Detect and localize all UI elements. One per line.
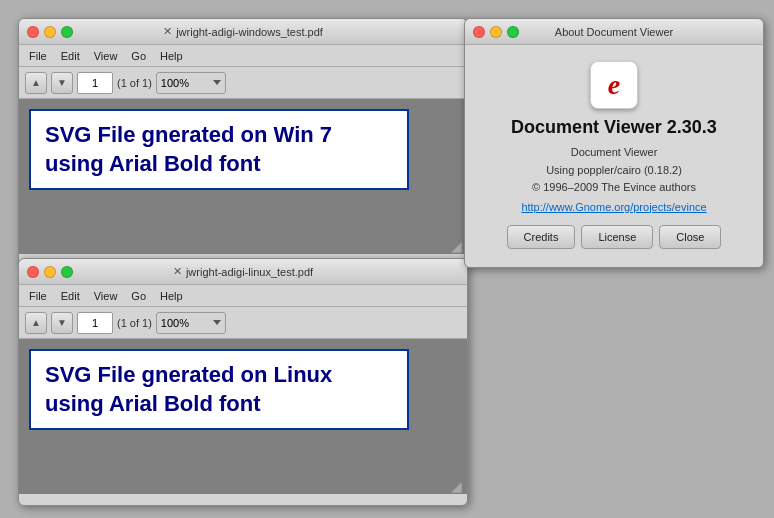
pdf-icon-linux: ✕ [173, 265, 182, 278]
menu-go-linux[interactable]: Go [125, 288, 152, 304]
toolbar-linux: ▲ ▼ (1 of 1) 100% 75% 125% [19, 307, 467, 339]
about-link[interactable]: http://www.Gnome.org/projects/evince [485, 201, 743, 213]
next-page-linux[interactable]: ▼ [51, 312, 73, 334]
titlebar-win: ✕ jwright-adigi-windows_test.pdf [19, 19, 467, 45]
copyright-text: © 1996–2009 The Evince authors [485, 179, 743, 197]
close-button-about[interactable] [473, 26, 485, 38]
titlebar-linux: ✕ jwright-adigi-linux_test.pdf [19, 259, 467, 285]
license-button[interactable]: License [581, 225, 653, 249]
traffic-lights-about [473, 26, 519, 38]
menu-edit-win[interactable]: Edit [55, 48, 86, 64]
prev-page-win[interactable]: ▲ [25, 72, 47, 94]
traffic-lights-linux [27, 266, 73, 278]
minimize-button-about[interactable] [490, 26, 502, 38]
prev-page-linux[interactable]: ▲ [25, 312, 47, 334]
close-button-win[interactable] [27, 26, 39, 38]
resize-corner-win[interactable]: ◢ [451, 238, 465, 252]
zoom-select-win[interactable]: 100% 75% 125% [156, 72, 226, 94]
app-subtitle2: Using poppler/cairo (0.18.2) [485, 162, 743, 180]
menubar-linux: File Edit View Go Help [19, 285, 467, 307]
doc-text-line1-win: SVG File gnerated on Win 7 [45, 121, 393, 150]
doc-text-line1-linux: SVG File gnerated on Linux [45, 361, 393, 390]
doc-area-win: SVG File gnerated on Win 7 using Arial B… [19, 99, 467, 254]
menu-help-win[interactable]: Help [154, 48, 189, 64]
traffic-lights-win [27, 26, 73, 38]
page-total-win: (1 of 1) [117, 77, 152, 89]
doc-text-line2-win: using Arial Bold font [45, 150, 393, 179]
close-button-linux[interactable] [27, 266, 39, 278]
page-input-linux[interactable] [77, 312, 113, 334]
maximize-button-about[interactable] [507, 26, 519, 38]
app-icon: e [590, 61, 638, 109]
page-input-win[interactable] [77, 72, 113, 94]
window-title-linux: ✕ jwright-adigi-linux_test.pdf [173, 265, 313, 278]
app-subtitle1: Document Viewer [485, 144, 743, 162]
next-page-win[interactable]: ▼ [51, 72, 73, 94]
pdf-window-win: ✕ jwright-adigi-windows_test.pdf File Ed… [18, 18, 468, 266]
doc-text-line2-linux: using Arial Bold font [45, 390, 393, 419]
resize-corner-linux[interactable]: ◢ [451, 478, 465, 492]
about-buttons: Credits License Close [485, 225, 743, 249]
doc-page-win: SVG File gnerated on Win 7 using Arial B… [29, 109, 409, 190]
menu-go-win[interactable]: Go [125, 48, 152, 64]
menu-view-win[interactable]: View [88, 48, 124, 64]
minimize-button-linux[interactable] [44, 266, 56, 278]
maximize-button-linux[interactable] [61, 266, 73, 278]
zoom-select-linux[interactable]: 100% 75% 125% [156, 312, 226, 334]
minimize-button-win[interactable] [44, 26, 56, 38]
pdf-window-linux: ✕ jwright-adigi-linux_test.pdf File Edit… [18, 258, 468, 506]
doc-page-linux: SVG File gnerated on Linux using Arial B… [29, 349, 409, 430]
menubar-win: File Edit View Go Help [19, 45, 467, 67]
about-content: e Document Viewer 2.30.3 Document Viewer… [465, 45, 763, 265]
doc-area-linux: SVG File gnerated on Linux using Arial B… [19, 339, 467, 494]
page-total-linux: (1 of 1) [117, 317, 152, 329]
pdf-icon-win: ✕ [163, 25, 172, 38]
toolbar-win: ▲ ▼ (1 of 1) 100% 75% 125% [19, 67, 467, 99]
menu-edit-linux[interactable]: Edit [55, 288, 86, 304]
menu-file-win[interactable]: File [23, 48, 53, 64]
menu-view-linux[interactable]: View [88, 288, 124, 304]
about-window: About Document Viewer e Document Viewer … [464, 18, 764, 268]
close-about-button[interactable]: Close [659, 225, 721, 249]
credits-button[interactable]: Credits [507, 225, 576, 249]
maximize-button-win[interactable] [61, 26, 73, 38]
app-title: Document Viewer 2.30.3 [485, 117, 743, 138]
titlebar-about: About Document Viewer [465, 19, 763, 45]
menu-help-linux[interactable]: Help [154, 288, 189, 304]
window-title-about: About Document Viewer [555, 26, 673, 38]
window-title-win: ✕ jwright-adigi-windows_test.pdf [163, 25, 323, 38]
menu-file-linux[interactable]: File [23, 288, 53, 304]
